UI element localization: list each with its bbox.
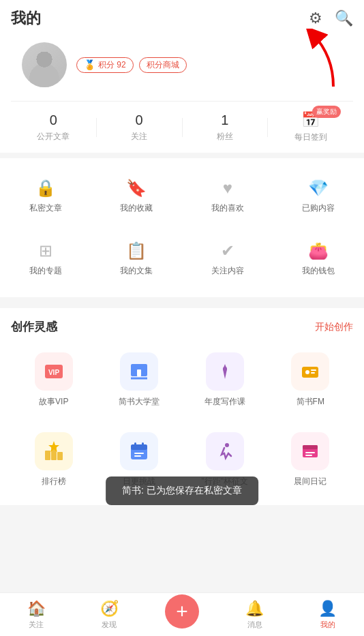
creation-action-button[interactable]: 开始创作 (315, 321, 353, 333)
app-item-vip[interactable]: VIP 故事VIP (11, 346, 97, 414)
svg-rect-16 (131, 444, 147, 450)
university-icon (120, 352, 158, 391)
nav-item-mine[interactable]: 👤 我的 (291, 600, 364, 630)
file-icon: 📋 (126, 241, 147, 260)
bookmark-icon: 🔖 (126, 179, 147, 198)
svg-point-6 (223, 367, 227, 371)
daily-icon (120, 432, 158, 470)
app-grid: VIP 故事VIP 简书大学堂 (11, 346, 353, 425)
app-item-fm[interactable]: 简书FM (268, 346, 354, 414)
svg-text:VIP: VIP (48, 369, 59, 376)
stat-articles[interactable]: 0 公开文章 (11, 112, 96, 142)
svg-rect-11 (45, 451, 50, 460)
points-badge[interactable]: 🏅 积分 92 (76, 57, 134, 73)
app-grid-row2-wrapper: 排行榜 日更挑战 (11, 425, 353, 505)
lock-icon: 🔒 (35, 179, 56, 198)
svg-rect-25 (305, 455, 312, 456)
svg-point-8 (305, 370, 309, 374)
grid-icon: ⊞ (39, 241, 52, 260)
svg-rect-20 (134, 455, 141, 457)
svg-rect-17 (134, 442, 136, 446)
profile-badges: 🏅 积分 92 积分商城 (76, 57, 187, 73)
menu-item-likes[interactable]: ♥ 我的喜欢 (182, 170, 273, 222)
wallet-icon: 👛 (308, 241, 329, 260)
stats-row: 0 公开文章 0 关注 1 粉丝 赢奖励 📅 每日签到 (11, 101, 353, 153)
svg-rect-9 (311, 369, 316, 371)
morning-icon (291, 432, 329, 470)
menu-item-private[interactable]: 🔒 私密文章 (0, 170, 91, 222)
svg-rect-10 (311, 372, 315, 374)
bottom-nav: 🏠 关注 🧭 发现 + 🔔 消息 👤 我的 (0, 592, 364, 636)
svg-rect-24 (305, 452, 315, 453)
settings-icon[interactable]: ⚙ (309, 10, 322, 27)
running-icon (206, 432, 244, 470)
nav-item-messages[interactable]: 🔔 消息 (218, 600, 291, 630)
svg-rect-23 (303, 445, 318, 449)
writing-icon (206, 352, 244, 391)
bell-icon: 🔔 (245, 600, 264, 618)
check-icon: ✔ (221, 241, 234, 260)
svg-rect-7 (302, 367, 318, 378)
stat-following[interactable]: 0 关注 (97, 112, 182, 142)
svg-rect-18 (142, 442, 144, 446)
nav-item-discover[interactable]: 🧭 发现 (73, 600, 146, 630)
header-icons: ⚙ 🔍 (309, 10, 353, 27)
creation-section: 创作灵感 开始创作 VIP 故事VIP (0, 308, 364, 505)
page-title: 我的 (11, 8, 41, 29)
svg-rect-13 (57, 452, 63, 460)
menu-grid-row1: 🔒 私密文章 🔖 我的收藏 ♥ 我的喜欢 💎 已购内容 (0, 165, 364, 228)
separator-2 (0, 297, 364, 303)
creation-title: 创作灵感 (11, 319, 57, 335)
header: 我的 ⚙ 🔍 🏅 积分 (0, 0, 364, 153)
profile-section: 🏅 积分 92 积分商城 (11, 37, 353, 98)
vip-icon: VIP (35, 352, 73, 391)
separator-1 (0, 153, 364, 158)
app-item-writing[interactable]: 年度写作课 (182, 346, 268, 414)
menu-item-wallet[interactable]: 👛 我的钱包 (273, 233, 365, 285)
compass-icon: 🧭 (100, 600, 119, 618)
menu-section-1: 🔒 私密文章 🔖 我的收藏 ♥ 我的喜欢 💎 已购内容 ⊞ 我的专题 📋 (0, 158, 364, 297)
app-item-university[interactable]: 简书大学堂 (97, 346, 183, 414)
nav-item-add[interactable]: + (146, 594, 219, 635)
home-icon: 🏠 (27, 600, 46, 618)
app-item-morning[interactable]: 晨间日记 (268, 425, 354, 494)
avatar[interactable] (22, 42, 67, 87)
menu-item-purchased[interactable]: 💎 已购内容 (273, 170, 365, 222)
nav-item-follow[interactable]: 🏠 关注 (0, 600, 73, 630)
menu-item-collections2[interactable]: 📋 我的文集 (91, 233, 183, 285)
checkin-item[interactable]: 赢奖励 📅 每日签到 (268, 111, 353, 143)
svg-point-21 (225, 443, 229, 447)
menu-item-topics[interactable]: ⊞ 我的专题 (0, 233, 91, 285)
fm-icon (291, 352, 329, 391)
stat-followers[interactable]: 1 粉丝 (183, 112, 268, 142)
add-button[interactable]: + (165, 594, 199, 629)
toast-message: 简书: 已为您保存在私密文章 (106, 476, 258, 505)
points-shop-badge[interactable]: 积分商城 (139, 57, 187, 73)
app-item-rank[interactable]: 排行榜 (11, 425, 97, 494)
svg-rect-5 (137, 369, 141, 376)
menu-grid-row2: ⊞ 我的专题 📋 我的文集 ✔ 关注内容 👛 我的钱包 (0, 228, 364, 290)
diamond-icon: 💎 (308, 179, 329, 198)
menu-item-collection[interactable]: 🔖 我的收藏 (91, 170, 183, 222)
user-icon: 👤 (318, 600, 337, 618)
menu-item-follow-content[interactable]: ✔ 关注内容 (182, 233, 273, 285)
svg-rect-19 (134, 453, 144, 454)
rank-icon (35, 432, 73, 470)
search-icon[interactable]: 🔍 (335, 10, 353, 27)
heart-icon: ♥ (223, 179, 232, 198)
